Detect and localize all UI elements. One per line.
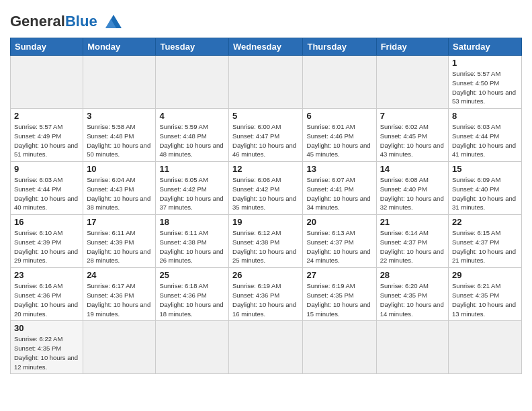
calendar-cell: 1Sunrise: 5:57 AMSunset: 4:50 PMDaylight… <box>449 56 522 109</box>
calendar-cell <box>156 321 229 374</box>
weekday-header-friday: Friday <box>376 38 448 56</box>
day-info: Sunrise: 6:08 AMSunset: 4:40 PMDaylight:… <box>380 175 445 212</box>
day-info: Sunrise: 6:10 AMSunset: 4:39 PMDaylight:… <box>14 228 79 265</box>
day-number: 21 <box>380 217 445 227</box>
day-info: Sunrise: 6:02 AMSunset: 4:45 PMDaylight:… <box>380 122 445 159</box>
week-row-5: 23Sunrise: 6:16 AMSunset: 4:36 PMDayligh… <box>11 268 522 321</box>
calendar-cell: 16Sunrise: 6:10 AMSunset: 4:39 PMDayligh… <box>11 215 83 268</box>
day-info: Sunrise: 5:59 AMSunset: 4:48 PMDaylight:… <box>159 122 225 159</box>
calendar-cell <box>376 56 448 109</box>
weekday-header-tuesday: Tuesday <box>156 38 229 56</box>
day-number: 19 <box>232 217 299 227</box>
day-info: Sunrise: 6:07 AMSunset: 4:41 PMDaylight:… <box>306 175 372 212</box>
weekday-header-monday: Monday <box>83 38 156 56</box>
day-info: Sunrise: 5:57 AMSunset: 4:50 PMDaylight:… <box>452 69 518 106</box>
calendar-cell: 9Sunrise: 6:03 AMSunset: 4:44 PMDaylight… <box>11 162 83 215</box>
week-row-3: 9Sunrise: 6:03 AMSunset: 4:44 PMDaylight… <box>11 162 522 215</box>
day-number: 11 <box>159 164 225 174</box>
day-number: 2 <box>14 111 79 121</box>
week-row-2: 2Sunrise: 5:57 AMSunset: 4:49 PMDaylight… <box>11 109 522 162</box>
calendar-cell: 24Sunrise: 6:17 AMSunset: 4:36 PMDayligh… <box>83 268 156 321</box>
day-info: Sunrise: 6:17 AMSunset: 4:36 PMDaylight:… <box>87 281 152 318</box>
day-number: 6 <box>306 111 372 121</box>
logo-icon <box>99 9 123 34</box>
weekday-header-row: SundayMondayTuesdayWednesdayThursdayFrid… <box>11 38 522 56</box>
day-number: 22 <box>452 217 518 227</box>
calendar-cell <box>11 56 83 109</box>
calendar-cell: 19Sunrise: 6:12 AMSunset: 4:38 PMDayligh… <box>229 215 303 268</box>
week-row-4: 16Sunrise: 6:10 AMSunset: 4:39 PMDayligh… <box>11 215 522 268</box>
calendar-cell <box>156 56 229 109</box>
day-info: Sunrise: 6:13 AMSunset: 4:37 PMDaylight:… <box>306 228 372 265</box>
day-info: Sunrise: 6:00 AMSunset: 4:47 PMDaylight:… <box>232 122 299 159</box>
day-info: Sunrise: 6:15 AMSunset: 4:37 PMDaylight:… <box>452 228 518 265</box>
day-info: Sunrise: 6:03 AMSunset: 4:44 PMDaylight:… <box>14 175 79 212</box>
calendar-cell <box>303 56 376 109</box>
calendar-cell <box>83 56 156 109</box>
calendar-cell <box>229 56 303 109</box>
day-number: 26 <box>232 270 299 280</box>
calendar-cell <box>449 321 522 374</box>
day-number: 17 <box>87 217 152 227</box>
week-row-6: 30Sunrise: 6:22 AMSunset: 4:35 PMDayligh… <box>11 321 522 374</box>
calendar-cell: 17Sunrise: 6:11 AMSunset: 4:39 PMDayligh… <box>83 215 156 268</box>
calendar-cell: 13Sunrise: 6:07 AMSunset: 4:41 PMDayligh… <box>303 162 376 215</box>
calendar-cell: 30Sunrise: 6:22 AMSunset: 4:35 PMDayligh… <box>11 321 83 374</box>
day-number: 14 <box>380 164 445 174</box>
day-info: Sunrise: 6:05 AMSunset: 4:42 PMDaylight:… <box>159 175 225 212</box>
calendar-cell <box>376 321 448 374</box>
day-info: Sunrise: 6:19 AMSunset: 4:35 PMDaylight:… <box>306 281 372 318</box>
calendar-cell: 12Sunrise: 6:06 AMSunset: 4:42 PMDayligh… <box>229 162 303 215</box>
calendar-cell: 6Sunrise: 6:01 AMSunset: 4:46 PMDaylight… <box>303 109 376 162</box>
weekday-header-thursday: Thursday <box>303 38 376 56</box>
day-number: 4 <box>159 111 225 121</box>
day-number: 8 <box>452 111 518 121</box>
day-info: Sunrise: 6:16 AMSunset: 4:36 PMDaylight:… <box>14 281 79 318</box>
day-number: 24 <box>87 270 152 280</box>
day-number: 10 <box>87 164 152 174</box>
day-info: Sunrise: 6:06 AMSunset: 4:42 PMDaylight:… <box>232 175 299 212</box>
calendar-cell: 22Sunrise: 6:15 AMSunset: 4:37 PMDayligh… <box>449 215 522 268</box>
calendar-cell: 4Sunrise: 5:59 AMSunset: 4:48 PMDaylight… <box>156 109 229 162</box>
day-info: Sunrise: 6:21 AMSunset: 4:35 PMDaylight:… <box>452 281 518 318</box>
day-info: Sunrise: 6:11 AMSunset: 4:38 PMDaylight:… <box>159 228 225 265</box>
calendar-cell: 11Sunrise: 6:05 AMSunset: 4:42 PMDayligh… <box>156 162 229 215</box>
header: GeneralBlue <box>10 7 522 34</box>
calendar: SundayMondayTuesdayWednesdayThursdayFrid… <box>10 38 522 374</box>
day-number: 18 <box>159 217 225 227</box>
calendar-cell: 27Sunrise: 6:19 AMSunset: 4:35 PMDayligh… <box>303 268 376 321</box>
day-number: 1 <box>452 58 518 68</box>
calendar-cell: 10Sunrise: 6:04 AMSunset: 4:43 PMDayligh… <box>83 162 156 215</box>
logo-general: General <box>10 13 65 30</box>
day-number: 13 <box>306 164 372 174</box>
calendar-cell: 5Sunrise: 6:00 AMSunset: 4:47 PMDaylight… <box>229 109 303 162</box>
calendar-cell: 15Sunrise: 6:09 AMSunset: 4:40 PMDayligh… <box>449 162 522 215</box>
calendar-cell: 26Sunrise: 6:19 AMSunset: 4:36 PMDayligh… <box>229 268 303 321</box>
day-number: 15 <box>452 164 518 174</box>
calendar-cell: 14Sunrise: 6:08 AMSunset: 4:40 PMDayligh… <box>376 162 448 215</box>
calendar-cell: 8Sunrise: 6:03 AMSunset: 4:44 PMDaylight… <box>449 109 522 162</box>
page: GeneralBlue SundayMondayTuesdayWednesday… <box>0 0 532 384</box>
day-number: 9 <box>14 164 79 174</box>
day-info: Sunrise: 6:03 AMSunset: 4:44 PMDaylight:… <box>452 122 518 159</box>
logo: GeneralBlue <box>10 9 123 34</box>
calendar-cell: 25Sunrise: 6:18 AMSunset: 4:36 PMDayligh… <box>156 268 229 321</box>
day-info: Sunrise: 6:04 AMSunset: 4:43 PMDaylight:… <box>87 175 152 212</box>
day-info: Sunrise: 6:01 AMSunset: 4:46 PMDaylight:… <box>306 122 372 159</box>
calendar-cell: 23Sunrise: 6:16 AMSunset: 4:36 PMDayligh… <box>11 268 83 321</box>
weekday-header-wednesday: Wednesday <box>229 38 303 56</box>
day-info: Sunrise: 6:11 AMSunset: 4:39 PMDaylight:… <box>87 228 152 265</box>
day-info: Sunrise: 6:12 AMSunset: 4:38 PMDaylight:… <box>232 228 299 265</box>
day-number: 23 <box>14 270 79 280</box>
weekday-header-sunday: Sunday <box>11 38 83 56</box>
day-number: 7 <box>380 111 445 121</box>
calendar-cell: 3Sunrise: 5:58 AMSunset: 4:48 PMDaylight… <box>83 109 156 162</box>
logo-blue: Blue <box>65 13 97 30</box>
day-info: Sunrise: 5:57 AMSunset: 4:49 PMDaylight:… <box>14 122 79 159</box>
day-number: 25 <box>159 270 225 280</box>
calendar-cell: 18Sunrise: 6:11 AMSunset: 4:38 PMDayligh… <box>156 215 229 268</box>
day-info: Sunrise: 6:18 AMSunset: 4:36 PMDaylight:… <box>159 281 225 318</box>
calendar-cell <box>83 321 156 374</box>
day-number: 12 <box>232 164 299 174</box>
day-info: Sunrise: 6:22 AMSunset: 4:35 PMDaylight:… <box>14 334 79 371</box>
